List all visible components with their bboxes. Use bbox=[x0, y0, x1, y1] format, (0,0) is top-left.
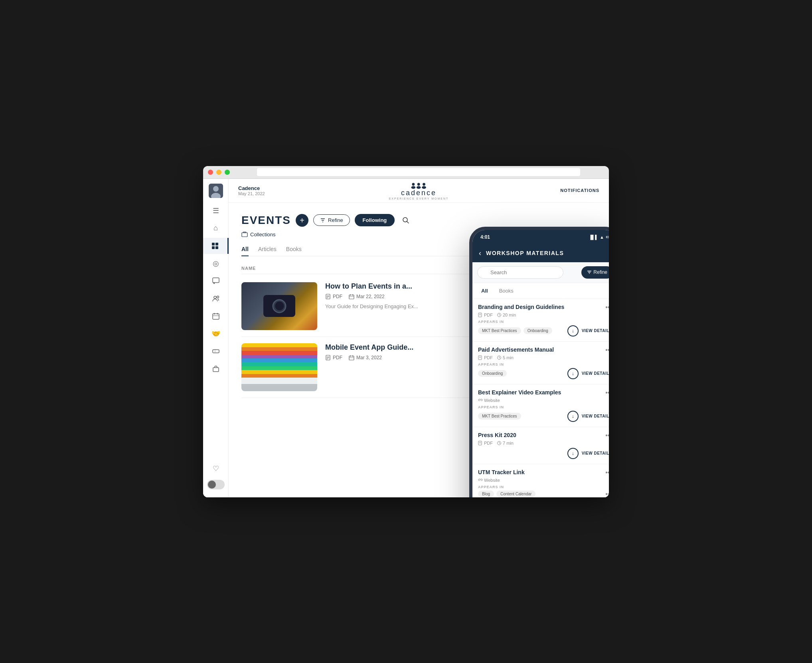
phone-item-meta-3: Website bbox=[478, 398, 609, 403]
sidebar-handshake-icon[interactable]: 🤝 bbox=[208, 326, 224, 342]
phone-item-more-2[interactable]: ••• bbox=[605, 346, 609, 354]
camera-lens-inner bbox=[275, 302, 284, 311]
phone-item-more-5[interactable]: ••• bbox=[605, 469, 609, 476]
close-button[interactable] bbox=[208, 170, 213, 175]
search-button[interactable] bbox=[399, 214, 412, 227]
refine-button[interactable]: Refine bbox=[313, 214, 350, 226]
svg-point-8 bbox=[214, 296, 216, 299]
header-right: NOTIFICATIONS bbox=[560, 188, 599, 193]
phone-type-1: PDF bbox=[484, 313, 493, 317]
sidebar-people-icon[interactable] bbox=[208, 291, 224, 307]
tab-articles[interactable]: Articles bbox=[258, 246, 277, 256]
signal-icon: ▐▌▌ bbox=[589, 235, 598, 239]
phone-download-4[interactable]: ↓ bbox=[567, 448, 579, 459]
phone-content: ‹ WORKSHOP MATERIALS 🔍 bbox=[472, 244, 609, 497]
sidebar-home-icon[interactable]: ⌂ bbox=[208, 220, 224, 236]
phone-item-more-5b[interactable]: ••• bbox=[605, 491, 609, 497]
phone-item-footer-3: MKT Best Practices ↓ VIEW DETAILS bbox=[478, 411, 609, 422]
phone-search-wrap: 🔍 bbox=[477, 266, 578, 279]
minimize-button[interactable] bbox=[216, 170, 221, 175]
phone-tags-2: Onboarding bbox=[478, 370, 507, 377]
phone-refine-button[interactable]: Refine bbox=[581, 266, 609, 279]
phone-view-4[interactable]: VIEW DETAILS bbox=[582, 451, 609, 455]
svg-rect-14 bbox=[213, 350, 219, 353]
phone-download-1[interactable]: ↓ bbox=[567, 325, 579, 336]
url-bar[interactable] bbox=[257, 168, 580, 176]
phone-tab-all[interactable]: All bbox=[477, 286, 492, 295]
phone-view-1[interactable]: VIEW DETAILS bbox=[582, 329, 609, 333]
phone-download-3[interactable]: ↓ bbox=[567, 411, 579, 422]
app-header: Cadence May 21, 2022 cadence EXPERIENCE … bbox=[229, 179, 609, 203]
svg-point-17 bbox=[412, 183, 415, 186]
phone-tab-books[interactable]: Books bbox=[495, 286, 518, 295]
phone-item-3: Best Explainer Video Examples ••• bbox=[472, 384, 609, 427]
event-type-2: PDF bbox=[325, 355, 342, 360]
sidebar-heart-icon[interactable]: ♡ bbox=[208, 461, 224, 477]
event-thumbnail-1 bbox=[241, 282, 317, 330]
sidebar-compass-icon[interactable]: ◎ bbox=[208, 255, 224, 271]
phone-item-4: Press Kit 2020 ••• bbox=[472, 427, 609, 464]
event-type-label-2: PDF bbox=[333, 355, 342, 360]
svg-rect-3 bbox=[212, 243, 215, 245]
add-event-button[interactable]: + bbox=[296, 214, 308, 227]
phone-duration-4: 7 min bbox=[503, 441, 514, 445]
main-content: Cadence May 21, 2022 cadence EXPERIENCE … bbox=[229, 179, 609, 497]
phone-item-more-3[interactable]: ••• bbox=[605, 389, 609, 396]
sidebar-chat-icon[interactable] bbox=[208, 273, 224, 289]
phone-view-3[interactable]: VIEW DETAILS bbox=[582, 414, 609, 418]
phone-time: 4:01 bbox=[480, 234, 490, 240]
phone-download-2[interactable]: ↓ bbox=[567, 368, 579, 379]
phone-tag-5b: Content Calendar bbox=[496, 491, 535, 497]
following-button[interactable]: Following bbox=[355, 214, 395, 226]
phone-status-icons: ▐▌▌ ▲ ▭ bbox=[589, 234, 609, 239]
phone-item-meta-1: PDF 20 min bbox=[478, 313, 609, 317]
svg-rect-7 bbox=[213, 278, 219, 283]
header-date: May 21, 2022 bbox=[238, 191, 265, 196]
phone-item-footer-4: ↓ VIEW DETAILS bbox=[478, 448, 609, 459]
phone-back-button[interactable]: ‹ bbox=[479, 249, 481, 257]
svg-rect-34 bbox=[349, 295, 354, 299]
phone-overlay: 4:01 ▐▌▌ ▲ ▭ ‹ bbox=[469, 227, 609, 497]
sidebar-shop-icon[interactable] bbox=[208, 361, 224, 377]
tab-books[interactable]: Books bbox=[286, 246, 302, 256]
svg-point-22 bbox=[422, 186, 426, 189]
refine-icon bbox=[320, 218, 326, 223]
event-type-1: PDF bbox=[325, 294, 342, 299]
sidebar-calendar-icon[interactable] bbox=[208, 308, 224, 324]
pdf-icon-1 bbox=[325, 294, 331, 299]
fullscreen-button[interactable] bbox=[225, 170, 230, 175]
app-layout: ☰ ⌂ ◎ bbox=[203, 179, 609, 497]
phone-clock-icon-2 bbox=[497, 355, 502, 360]
phone-pdf-icon-2 bbox=[478, 355, 483, 360]
phone-item-5: UTM Tracker Link ••• bbox=[472, 464, 609, 497]
notifications-button[interactable]: NOTIFICATIONS bbox=[560, 188, 599, 193]
phone-header-title: WORKSHOP MATERIALS bbox=[486, 250, 564, 256]
phone-item-header-4: Press Kit 2020 ••• bbox=[478, 432, 609, 439]
phone-item-more-1[interactable]: ••• bbox=[605, 304, 609, 311]
phone-clock-icon-4 bbox=[497, 441, 502, 445]
phone-item-duration-1: 20 min bbox=[497, 313, 516, 317]
phone-type-4: PDF bbox=[484, 441, 493, 445]
sidebar-menu-icon[interactable]: ☰ bbox=[208, 203, 224, 219]
tab-all[interactable]: All bbox=[241, 246, 249, 256]
phone-clock-icon-1 bbox=[497, 313, 502, 317]
refine-label: Refine bbox=[328, 217, 343, 223]
sidebar-ticket-icon[interactable] bbox=[208, 343, 224, 359]
phone-tags-5: Blog Content Calendar bbox=[478, 491, 535, 497]
user-avatar[interactable] bbox=[209, 184, 223, 198]
svg-rect-5 bbox=[212, 246, 215, 249]
phone-item-footer-1: MKT Best Practices Onboarding ↓ VIEW DET… bbox=[478, 325, 609, 336]
phone-item-more-4[interactable]: ••• bbox=[605, 432, 609, 439]
phone-view-2[interactable]: VIEW DETAILS bbox=[582, 371, 609, 376]
phone-tag-3a: MKT Best Practices bbox=[478, 413, 521, 420]
phone-link-icon-3 bbox=[478, 398, 483, 403]
phone-duration-1: 20 min bbox=[503, 313, 516, 317]
phone-item-meta-5: Website bbox=[478, 478, 609, 483]
svg-point-19 bbox=[423, 183, 425, 186]
phone-item-meta-4: PDF 7 min bbox=[478, 441, 609, 445]
theme-toggle[interactable] bbox=[207, 480, 225, 489]
svg-point-18 bbox=[417, 183, 420, 186]
phone-search-input[interactable] bbox=[477, 266, 563, 279]
sidebar-events-icon[interactable] bbox=[203, 238, 229, 254]
phone-item-footer-5: Blog Content Calendar ••• bbox=[478, 491, 609, 497]
